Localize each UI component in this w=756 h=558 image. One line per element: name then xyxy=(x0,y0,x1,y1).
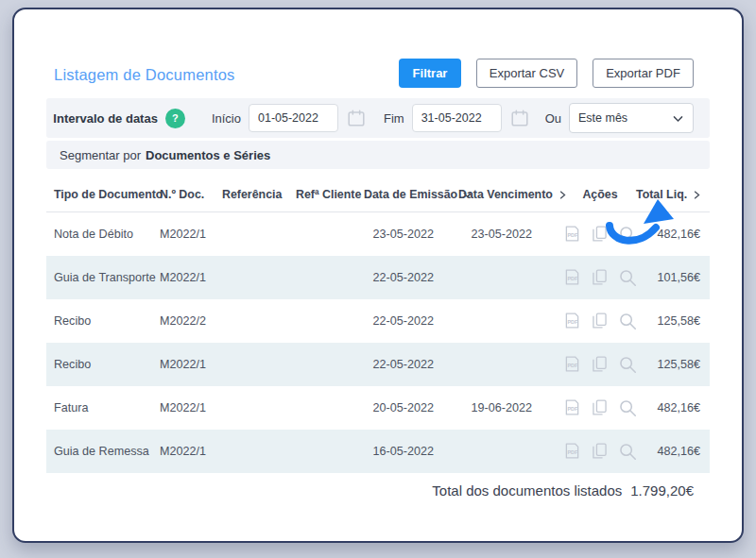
segment-label: Segmentar por xyxy=(60,148,141,162)
page-title: Listagem de Documentos xyxy=(54,66,235,84)
documents-card: Listagem de Documentos Filtrar Exportar … xyxy=(12,8,744,543)
cell-total-liq: 101,56€ xyxy=(636,271,700,284)
search-icon[interactable] xyxy=(617,311,638,331)
cell-numero-doc: M2022/2 xyxy=(160,314,222,328)
toolbar-actions: Filtrar Exportar CSV Exportar PDF xyxy=(399,59,694,88)
pdf-icon[interactable]: PDF xyxy=(562,267,582,288)
start-date-input[interactable] xyxy=(249,104,338,132)
column-header-5[interactable]: Data de Emissão xyxy=(364,188,458,201)
cell-data-emissao: 20-05-2022 xyxy=(364,401,458,414)
search-icon[interactable] xyxy=(617,441,638,462)
svg-text:PDF: PDF xyxy=(568,449,579,455)
or-label: Ou xyxy=(545,111,561,126)
table-row: Nota de Débito M2022/1 23-05-2022 23-05-… xyxy=(46,212,710,256)
column-header-7: Ações xyxy=(564,188,636,201)
cell-data-emissao: 16-05-2022 xyxy=(364,445,458,458)
search-icon[interactable] xyxy=(617,354,638,375)
cell-numero-doc: M2022/1 xyxy=(160,445,222,458)
table-row: Guia de Remessa M2022/1 16-05-2022 PDF 4… xyxy=(46,430,710,473)
export-csv-button[interactable]: Exportar CSV xyxy=(476,59,577,88)
start-date-label: Início xyxy=(212,111,241,126)
svg-text:PDF: PDF xyxy=(568,232,579,238)
copy-icon[interactable] xyxy=(590,311,610,331)
column-header-4: Refª Cliente xyxy=(296,188,364,201)
svg-text:PDF: PDF xyxy=(568,406,579,412)
sort-chevron-icon xyxy=(692,190,702,200)
table-header-row: Tipo de Documento N.º Doc. Referência Re… xyxy=(46,182,710,207)
svg-text:PDF: PDF xyxy=(568,276,579,281)
table-footer: Total dos documentos listados1.799,20€ xyxy=(46,482,710,499)
cell-acoes: PDF xyxy=(564,354,636,375)
copy-icon[interactable] xyxy=(590,354,610,375)
cell-tipo-documento: Fatura xyxy=(54,401,160,414)
table-body: Nota de Débito M2022/1 23-05-2022 23-05-… xyxy=(46,212,710,473)
column-header-8[interactable]: Total Liq. xyxy=(636,188,702,201)
svg-text:PDF: PDF xyxy=(568,319,579,325)
pdf-icon[interactable]: PDF xyxy=(562,397,582,418)
calendar-icon[interactable] xyxy=(346,108,367,128)
cell-total-liq: 125,58€ xyxy=(636,314,700,328)
total-value: 1.799,20€ xyxy=(630,482,694,499)
cell-acoes: PDF xyxy=(564,224,636,245)
copy-icon[interactable] xyxy=(590,224,610,245)
table-row: Guia de Transporte M2022/1 22-05-2022 PD… xyxy=(46,256,710,299)
copy-icon[interactable] xyxy=(590,267,610,288)
cell-acoes: PDF xyxy=(564,311,636,331)
cell-acoes: PDF xyxy=(564,397,636,418)
documents-table: Tipo de Documento N.º Doc. Referência Re… xyxy=(46,182,710,499)
sort-chevron-icon xyxy=(462,190,472,200)
date-range-label: Intervalo de datas xyxy=(53,111,158,126)
column-header-6[interactable]: Data Vencimento xyxy=(458,188,564,201)
cell-total-liq: 482,16€ xyxy=(636,228,700,241)
cell-data-emissao: 22-05-2022 xyxy=(364,314,458,328)
export-pdf-button[interactable]: Exportar PDF xyxy=(593,59,694,88)
pdf-icon[interactable]: PDF xyxy=(562,224,582,245)
cell-data-vencimento: 23-05-2022 xyxy=(458,228,564,241)
help-icon[interactable]: ? xyxy=(165,109,185,128)
column-header-2: N.º Doc. xyxy=(160,188,222,201)
table-row: Fatura M2022/1 20-05-2022 19-06-2022 PDF… xyxy=(46,386,710,430)
cell-data-emissao: 22-05-2022 xyxy=(364,358,458,371)
search-icon[interactable] xyxy=(617,267,638,288)
cell-tipo-documento: Recibo xyxy=(54,358,160,371)
cell-acoes: PDF xyxy=(564,267,636,288)
pdf-icon[interactable]: PDF xyxy=(562,311,582,331)
end-date-input[interactable] xyxy=(412,104,502,132)
top-bar: Listagem de Documentos Filtrar Exportar … xyxy=(46,59,710,88)
segment-value: Documentos e Séries xyxy=(146,148,270,162)
pdf-icon[interactable]: PDF xyxy=(562,441,582,462)
column-header-1: Tipo de Documento xyxy=(54,188,160,201)
cell-numero-doc: M2022/1 xyxy=(160,358,222,371)
end-date-label: Fim xyxy=(384,111,404,126)
cell-acoes: PDF xyxy=(564,441,636,462)
cell-total-liq: 482,16€ xyxy=(636,445,700,458)
cell-data-vencimento: 19-06-2022 xyxy=(458,401,564,414)
svg-text:PDF: PDF xyxy=(568,363,579,368)
cell-tipo-documento: Recibo xyxy=(54,314,160,328)
period-select-value: Este mês xyxy=(578,111,627,125)
cell-numero-doc: M2022/1 xyxy=(160,401,222,414)
date-filter-bar: Intervalo de datas ? Início Fim Ou Este … xyxy=(46,98,710,138)
search-icon[interactable] xyxy=(617,224,638,245)
cell-total-liq: 125,58€ xyxy=(636,358,700,371)
column-header-3: Referência xyxy=(222,188,296,201)
pdf-icon[interactable]: PDF xyxy=(562,354,582,375)
search-icon[interactable] xyxy=(617,397,638,418)
cell-tipo-documento: Guia de Transporte xyxy=(54,271,160,284)
period-select[interactable]: Este mês xyxy=(569,103,694,133)
copy-icon[interactable] xyxy=(590,441,610,462)
filter-button[interactable]: Filtrar xyxy=(399,59,461,88)
table-row: Recibo M2022/2 22-05-2022 PDF 125,58€ xyxy=(46,299,710,343)
cell-data-emissao: 23-05-2022 xyxy=(364,228,458,241)
cell-tipo-documento: Guia de Remessa xyxy=(54,445,160,458)
chevron-down-icon xyxy=(672,112,684,125)
total-label: Total dos documentos listados xyxy=(432,482,622,499)
cell-numero-doc: M2022/1 xyxy=(160,271,222,284)
cell-numero-doc: M2022/1 xyxy=(160,228,222,241)
cell-data-emissao: 22-05-2022 xyxy=(364,271,458,284)
calendar-icon[interactable] xyxy=(509,108,530,128)
segment-bar: Segmentar por Documentos e Séries xyxy=(46,141,710,169)
cell-tipo-documento: Nota de Débito xyxy=(54,228,160,241)
page-background: Listagem de Documentos Filtrar Exportar … xyxy=(0,0,756,558)
copy-icon[interactable] xyxy=(590,397,610,418)
